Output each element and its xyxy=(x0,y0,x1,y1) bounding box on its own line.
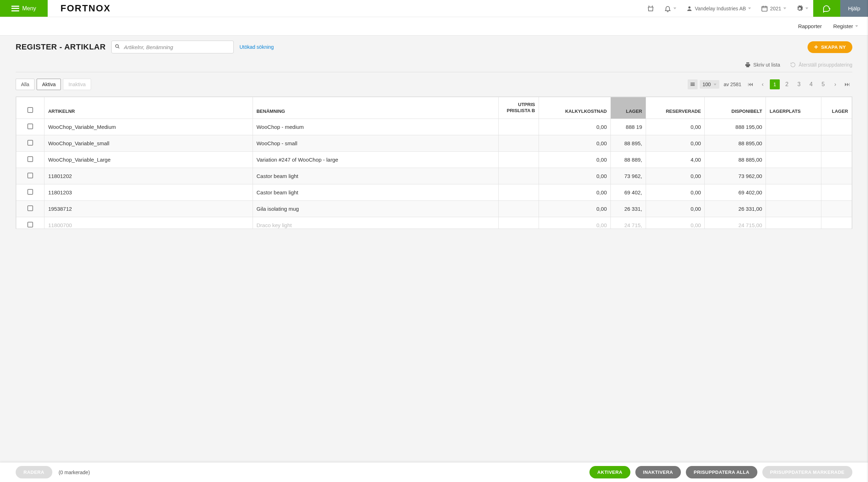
col-lagerstatus[interactable]: LAGER xyxy=(821,97,852,119)
cell-benamning: Castor beam light xyxy=(253,168,498,184)
search-wrap xyxy=(111,41,234,53)
cell-artikelnr: WooChop_Variable_small xyxy=(44,135,253,151)
col-benamning[interactable]: BENÄMNING xyxy=(253,97,498,119)
pager-page-3[interactable]: 3 xyxy=(794,79,804,89)
cell-disponibelt: 26 331,00 xyxy=(705,200,766,217)
list-icon xyxy=(690,82,695,87)
svg-point-2 xyxy=(116,44,118,47)
cell-lagerstatus xyxy=(821,200,852,217)
cell-benamning: Draco key light xyxy=(253,217,498,229)
page-size-value: 100 xyxy=(703,82,711,87)
notifications-button[interactable] xyxy=(659,0,681,17)
cell-lagerstatus xyxy=(821,135,852,151)
cell-lager: 888 19 xyxy=(610,119,646,135)
select-all-checkbox[interactable] xyxy=(27,107,33,113)
year-label: 2021 xyxy=(770,6,781,11)
filter-row: Alla Aktiva Inaktiva 100 av 2581 ⏮ ‹ 1 2… xyxy=(16,79,852,90)
cell-kalk: 0,00 xyxy=(539,151,610,168)
cell-reserverade: 0,00 xyxy=(646,217,704,229)
filter-tab-all[interactable]: Alla xyxy=(16,79,35,90)
cell-lagerstatus xyxy=(821,217,852,229)
col-kalk[interactable]: KALKYLKOSTNAD xyxy=(539,97,610,119)
pager-page-4[interactable]: 4 xyxy=(806,79,816,89)
pager-next[interactable]: › xyxy=(830,79,840,89)
table-row[interactable]: 11801203 Castor beam light 0,00 69 402, … xyxy=(16,184,852,200)
row-checkbox[interactable] xyxy=(27,140,33,146)
help-button[interactable]: Hjälp xyxy=(840,0,868,17)
table-row[interactable]: 11801202 Castor beam light 0,00 73 962, … xyxy=(16,168,852,184)
pager-page-1[interactable]: 1 xyxy=(770,79,780,89)
bag-icon xyxy=(647,5,654,12)
cell-utpris xyxy=(499,135,539,151)
row-checkbox[interactable] xyxy=(27,189,33,195)
search-input[interactable] xyxy=(111,41,234,53)
plus-icon xyxy=(814,45,818,49)
cell-lagerplats xyxy=(766,168,821,184)
cell-artikelnr: WooChop_Variable_Medium xyxy=(44,119,253,135)
cell-disponibelt: 73 962,00 xyxy=(705,168,766,184)
table-row[interactable]: 11800700 Draco key light 0,00 24 715, 0,… xyxy=(16,217,852,229)
gear-icon xyxy=(796,5,803,12)
year-selector[interactable]: 2021 xyxy=(756,0,791,17)
row-checkbox[interactable] xyxy=(27,222,33,227)
pager: 100 av 2581 ⏮ ‹ 1 2 3 4 5 › ⏭ xyxy=(688,79,852,89)
cell-benamning: Variation #247 of WooChop - large xyxy=(253,151,498,168)
print-list-link[interactable]: Skriv ut lista xyxy=(745,62,780,68)
cell-lager: 69 402, xyxy=(610,184,646,200)
row-checkbox[interactable] xyxy=(27,205,33,211)
row-checkbox[interactable] xyxy=(27,173,33,178)
shopping-bag-button[interactable] xyxy=(642,0,659,17)
cell-kalk: 0,00 xyxy=(539,217,610,229)
columns-button[interactable] xyxy=(688,79,698,89)
create-new-button[interactable]: SKAPA NY xyxy=(808,41,852,53)
table-row[interactable]: WooChop_Variable_Medium WooChop - medium… xyxy=(16,119,852,135)
settings-button[interactable] xyxy=(791,0,813,17)
cell-utpris xyxy=(499,119,539,135)
col-artikelnr[interactable]: ARTIKELNR xyxy=(44,97,253,119)
svg-rect-5 xyxy=(690,85,695,86)
cell-reserverade: 0,00 xyxy=(646,200,704,217)
chevron-down-icon xyxy=(783,7,786,9)
cell-lagerplats xyxy=(766,184,821,200)
reset-price-link[interactable]: Återställ prisuppdatering xyxy=(790,62,852,68)
nav-reports[interactable]: Rapporter xyxy=(798,23,822,29)
filter-tab-active[interactable]: Aktiva xyxy=(37,79,61,90)
cell-lagerstatus xyxy=(821,184,852,200)
table-row[interactable]: 19538712 Gila isolating mug 0,00 26 331,… xyxy=(16,200,852,217)
company-selector[interactable]: Vandelay Industries AB xyxy=(681,0,756,17)
cell-benamning: Castor beam light xyxy=(253,184,498,200)
cell-lager: 88 889, xyxy=(610,151,646,168)
cell-utpris xyxy=(499,200,539,217)
col-disponibelt[interactable]: DISPONIBELT xyxy=(705,97,766,119)
cell-lager: 88 895, xyxy=(610,135,646,151)
cell-disponibelt: 88 885,00 xyxy=(705,151,766,168)
row-checkbox[interactable] xyxy=(27,124,33,129)
menu-label: Meny xyxy=(22,5,36,12)
table-row[interactable]: WooChop_Variable_Large Variation #247 of… xyxy=(16,151,852,168)
advanced-search-link[interactable]: Utökad sökning xyxy=(239,44,274,50)
col-utpris[interactable]: UTPRIS PRISLISTA B xyxy=(499,97,539,119)
chat-button[interactable] xyxy=(813,0,840,17)
col-lagerplats[interactable]: LAGERPLATS xyxy=(766,97,821,119)
col-reserverade[interactable]: RESERVERADE xyxy=(646,97,704,119)
menu-button[interactable]: Meny xyxy=(0,0,48,17)
cell-utpris xyxy=(499,184,539,200)
filter-tab-inactive[interactable]: Inaktiva xyxy=(63,79,91,90)
second-nav: Rapporter Register xyxy=(0,17,868,36)
pager-prev[interactable]: ‹ xyxy=(758,79,768,89)
table-wrap: ARTIKELNR BENÄMNING UTPRIS PRISLISTA B K… xyxy=(16,96,852,229)
pager-last[interactable]: ⏭ xyxy=(842,79,852,89)
col-lager[interactable]: LAGER xyxy=(610,97,646,119)
nav-register[interactable]: Register xyxy=(833,23,858,29)
pager-first[interactable]: ⏮ xyxy=(746,79,756,89)
bell-icon xyxy=(664,5,671,12)
cell-kalk: 0,00 xyxy=(539,200,610,217)
pager-page-2[interactable]: 2 xyxy=(782,79,792,89)
cell-reserverade: 0,00 xyxy=(646,119,704,135)
table-row[interactable]: WooChop_Variable_small WooChop - small 0… xyxy=(16,135,852,151)
row-checkbox[interactable] xyxy=(27,156,33,162)
page-size-selector[interactable]: 100 xyxy=(700,80,719,89)
chevron-down-icon xyxy=(714,84,716,85)
cell-benamning: Gila isolating mug xyxy=(253,200,498,217)
pager-page-5[interactable]: 5 xyxy=(818,79,828,89)
